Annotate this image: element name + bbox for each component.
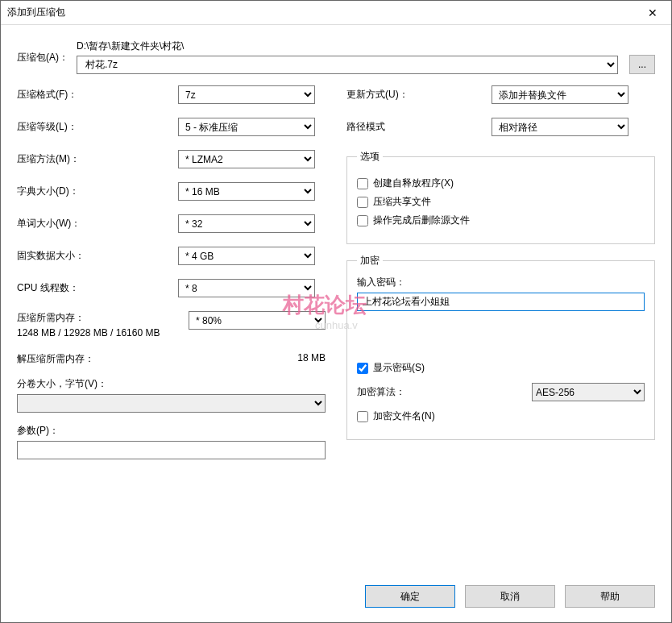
sfx-checkbox-row[interactable]: 创建自释放程序(X) <box>357 177 645 190</box>
enc-names-checkbox[interactable] <box>357 411 368 422</box>
encryption-legend: 加密 <box>357 254 383 268</box>
shared-checkbox[interactable] <box>357 197 368 208</box>
delete-after-checkbox-row[interactable]: 操作完成后删除源文件 <box>357 214 645 227</box>
word-label: 单词大小(W)： <box>17 217 178 231</box>
level-combo[interactable]: 5 - 标准压缩 <box>178 118 315 136</box>
update-combo[interactable]: 添加并替换文件 <box>492 85 628 104</box>
word-combo[interactable]: * 32 <box>178 214 315 233</box>
solid-combo[interactable]: * 4 GB <box>178 247 315 265</box>
archive-folder-path: D:\暂存\新建文件夹\村花\ <box>77 39 655 53</box>
left-column: 压缩格式(F)： 7z 压缩等级(L)： 5 - 标准压缩 压缩方法(M)： *… <box>17 85 326 459</box>
volume-label: 分卷大小，字节(V)： <box>17 377 326 391</box>
level-label: 压缩等级(L)： <box>17 120 178 134</box>
delete-after-label: 操作完成后删除源文件 <box>373 214 470 227</box>
update-label: 更新方式(U)： <box>346 88 492 102</box>
threads-label: CPU 线程数： <box>17 281 178 295</box>
format-label: 压缩格式(F)： <box>17 88 178 102</box>
volume-combo[interactable] <box>17 394 326 413</box>
decomp-mem-label: 解压缩所需内存： <box>17 352 94 366</box>
help-button[interactable]: 帮助 <box>565 585 655 608</box>
mem-percent-combo[interactable]: * 80% <box>189 311 326 330</box>
format-combo[interactable]: 7z <box>178 85 315 104</box>
enc-names-row[interactable]: 加密文件名(N) <box>357 409 645 423</box>
dialog-content: 压缩包(A)： D:\暂存\新建文件夹\村花\ 村花.7z ... 压缩格式(F… <box>1 25 671 459</box>
enc-method-label: 加密算法： <box>357 385 405 399</box>
password-label: 输入密码： <box>357 276 645 289</box>
archive-path-row: 压缩包(A)： D:\暂存\新建文件夹\村花\ 村花.7z ... <box>17 39 655 74</box>
button-bar: 确定 取消 帮助 <box>365 585 655 608</box>
enc-names-label: 加密文件名(N) <box>373 409 435 423</box>
options-group: 选项 创建自释放程序(X) 压缩共享文件 操作完成后删除源文件 <box>346 150 655 244</box>
sfx-label: 创建自释放程序(X) <box>373 177 454 190</box>
dialog-window: 添加到压缩包 ✕ 压缩包(A)： D:\暂存\新建文件夹\村花\ 村花.7z .… <box>0 0 672 623</box>
params-input[interactable] <box>17 441 326 459</box>
dict-combo[interactable]: * 16 MB <box>178 182 315 201</box>
comp-mem-value: 1248 MB / 12928 MB / 16160 MB <box>17 327 160 338</box>
window-title: 添加到压缩包 <box>7 6 65 19</box>
options-legend: 选项 <box>357 150 383 164</box>
close-button[interactable]: ✕ <box>641 2 665 24</box>
right-column: 更新方式(U)： 添加并替换文件 路径模式 相对路径 选项 创建自释放程序(X) <box>346 85 655 459</box>
encryption-group: 加密 输入密码： 显示密码(S) 加密算法： AES-256 加密文件名(N) <box>346 254 655 440</box>
enc-method-combo[interactable]: AES-256 <box>532 383 645 401</box>
shared-checkbox-row[interactable]: 压缩共享文件 <box>357 195 645 209</box>
show-password-label: 显示密码(S) <box>373 361 425 375</box>
cancel-button[interactable]: 取消 <box>465 585 555 608</box>
archive-label: 压缩包(A)： <box>17 39 77 64</box>
password-input[interactable] <box>357 293 645 311</box>
threads-combo[interactable]: * 8 <box>178 279 315 297</box>
method-combo[interactable]: * LZMA2 <box>178 150 315 168</box>
sfx-checkbox[interactable] <box>357 178 368 189</box>
solid-label: 固实数据大小： <box>17 249 178 263</box>
delete-after-checkbox[interactable] <box>357 215 368 226</box>
comp-mem-label: 压缩所需内存： <box>17 311 160 325</box>
method-label: 压缩方法(M)： <box>17 152 178 166</box>
titlebar: 添加到压缩包 ✕ <box>1 1 671 25</box>
params-label: 参数(P)： <box>17 424 326 438</box>
show-password-checkbox[interactable] <box>357 363 368 374</box>
archive-filename-combo[interactable]: 村花.7z <box>77 56 618 74</box>
ok-button[interactable]: 确定 <box>365 585 455 608</box>
browse-button[interactable]: ... <box>629 55 655 74</box>
shared-label: 压缩共享文件 <box>373 195 431 209</box>
decomp-mem-value: 18 MB <box>297 352 326 366</box>
dict-label: 字典大小(D)： <box>17 185 178 198</box>
pathmode-combo[interactable]: 相对路径 <box>492 118 628 136</box>
pathmode-label: 路径模式 <box>346 120 492 134</box>
show-password-row[interactable]: 显示密码(S) <box>357 361 645 375</box>
